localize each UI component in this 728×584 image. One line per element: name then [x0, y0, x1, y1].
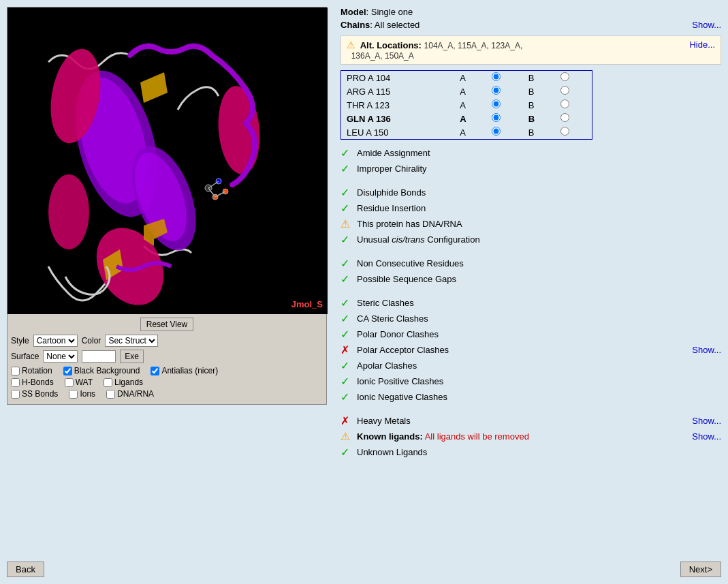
check-text: Residue Insertion [357, 203, 721, 213]
alt-locations-table: PRO A 104 A B ARG A 115 A B THR A 123 A … [341, 70, 592, 140]
ions-checkbox[interactable] [69, 390, 78, 399]
alt-loc-name: GLN A 136 [341, 112, 455, 125]
alt-loc-b-radio[interactable] [560, 113, 569, 122]
alt-loc-a-radio[interactable] [492, 127, 501, 136]
alt-loc-warning-icon: ⚠ [347, 40, 355, 50]
wat-checkbox-label[interactable]: WAT [65, 378, 93, 387]
alt-loc-a-label: A [454, 98, 486, 112]
model-label: Model [341, 7, 366, 17]
alt-loc-a-radio-cell [486, 98, 523, 112]
check-text: This protein has DNA/RNA [357, 219, 721, 229]
table-row: THR A 123 A B [341, 98, 592, 112]
antialias-checkbox-label[interactable]: Antialias (nicer) [151, 366, 218, 375]
check-ok-icon: ✓ [341, 312, 353, 325]
check-ok-icon: ✓ [341, 446, 353, 459]
back-button[interactable]: Back [7, 562, 44, 577]
alt-loc-b-radio-cell [555, 125, 592, 140]
check-item-dna-rna: ⚠ This protein has DNA/RNA [341, 217, 721, 230]
ions-checkbox-label[interactable]: Ions [69, 389, 95, 399]
check-text: Polar Acceptor Clashes [357, 345, 692, 355]
check-ok-icon: ✓ [341, 390, 353, 403]
check-text: Unknown Ligands [357, 447, 721, 457]
check-item-sequence-gaps: ✓ Possible Sequence Gaps [341, 273, 721, 286]
color-select[interactable]: Sec Struct [105, 335, 158, 347]
reset-view-button[interactable]: Reset View [140, 318, 193, 331]
wat-checkbox[interactable] [65, 378, 74, 387]
ssbonds-checkbox-label[interactable]: SS Bonds [11, 389, 58, 399]
check-warn-icon: ⚠ [341, 430, 353, 443]
alt-loc-hide-link[interactable]: Hide... [689, 40, 715, 50]
alt-loc-b-radio[interactable] [560, 86, 569, 95]
hbonds-checkbox[interactable] [11, 378, 20, 387]
check-text: Amide Assignment [357, 148, 721, 158]
check-item-chirality: ✓ Improper Chirality [341, 162, 721, 175]
alt-loc-a-radio[interactable] [492, 113, 501, 122]
hbonds-checkbox-label[interactable]: H-Bonds [11, 378, 54, 387]
surface-label: Surface [11, 352, 39, 361]
check-item-disulphide: ✓ Disulphide Bonds [341, 186, 721, 199]
dna-rna-checkbox[interactable] [106, 390, 115, 399]
check-text: Ionic Positive Clashes [357, 376, 721, 386]
alt-loc-b-label: B [523, 71, 555, 85]
check-item-polar-donor: ✓ Polar Donor Clashes [341, 328, 721, 341]
alt-loc-a-radio-cell [486, 84, 523, 98]
check-text: Unusual cis/trans Configuration [357, 234, 721, 245]
alt-loc-b-radio[interactable] [560, 72, 569, 81]
known-ligands-show-link[interactable]: Show... [692, 431, 721, 442]
chains-row: Chains: All selected Show... [341, 20, 721, 30]
check-text: Non Consecutive Residues [357, 258, 721, 268]
alt-loc-name: LEU A 150 [341, 125, 455, 140]
polar-acceptor-show-link[interactable]: Show... [692, 345, 721, 355]
alt-loc-a-radio-cell [486, 71, 523, 85]
antialias-checkbox[interactable] [151, 367, 159, 375]
exe-button[interactable]: Exe [120, 350, 144, 363]
alt-loc-name: PRO A 104 [341, 71, 455, 85]
chains-show-link[interactable]: Show... [692, 20, 721, 30]
table-row: PRO A 104 A B [341, 71, 592, 85]
controls-panel: Reset View Style Cartoon Color Sec Struc… [7, 313, 327, 405]
alt-loc-b-radio-cell [555, 71, 592, 85]
next-button[interactable]: Next> [680, 562, 721, 577]
alt-loc-b-label: B [523, 84, 555, 98]
rotation-checkbox[interactable] [11, 367, 20, 375]
ligands-checkbox[interactable] [104, 378, 112, 387]
alt-loc-a-label: A [454, 71, 486, 85]
alt-loc-b-label: B [523, 112, 555, 125]
bottom-bar: Back Next> [7, 562, 721, 577]
check-error-icon: ✗ [341, 343, 353, 356]
check-ok-icon: ✓ [341, 202, 353, 215]
alt-loc-b-radio[interactable] [560, 127, 569, 136]
check-ok-icon: ✓ [341, 328, 353, 341]
check-ok-icon: ✓ [341, 233, 353, 246]
check-text: Improper Chirality [357, 164, 721, 174]
check-item-apolar: ✓ Apolar Clashes [341, 359, 721, 372]
ligands-checkbox-label[interactable]: Ligands [104, 378, 143, 387]
alt-loc-b-label: B [523, 125, 555, 140]
table-row-bold: GLN A 136 A B [341, 112, 592, 125]
check-item-steric-clashes: ✓ Steric Clashes [341, 296, 721, 309]
alt-loc-a-label: A [454, 125, 486, 140]
alt-loc-a-radio[interactable] [492, 72, 501, 81]
alt-loc-a-radio[interactable] [492, 86, 501, 95]
check-ok-icon: ✓ [341, 147, 353, 159]
black-bg-checkbox[interactable] [63, 367, 72, 375]
color-text-input[interactable] [82, 350, 116, 363]
check-section-5: ✗ Heavy Metals Show... ⚠ Known ligands: … [341, 414, 721, 459]
check-text: Steric Clashes [357, 298, 721, 308]
rotation-checkbox-label[interactable]: Rotation [11, 366, 52, 375]
check-text: Disulphide Bonds [357, 187, 721, 198]
color-label: Color [82, 336, 101, 345]
check-item-heavy-metals: ✗ Heavy Metals Show... [341, 414, 721, 427]
check-text: Apolar Clashes [357, 360, 721, 371]
check-item-residue-insertion: ✓ Residue Insertion [341, 202, 721, 215]
dna-rna-checkbox-label[interactable]: DNA/RNA [106, 389, 154, 399]
style-select[interactable]: Cartoon [33, 335, 78, 347]
alt-loc-b-radio[interactable] [560, 99, 569, 108]
black-bg-checkbox-label[interactable]: Black Background [63, 366, 140, 375]
heavy-metals-show-link[interactable]: Show... [692, 416, 721, 426]
check-item-ionic-negative: ✓ Ionic Negative Clashes [341, 390, 721, 403]
ssbonds-checkbox[interactable] [11, 390, 20, 399]
alt-loc-name: ARG A 115 [341, 84, 455, 98]
alt-loc-a-radio[interactable] [492, 99, 501, 108]
surface-select[interactable]: None [43, 350, 78, 363]
